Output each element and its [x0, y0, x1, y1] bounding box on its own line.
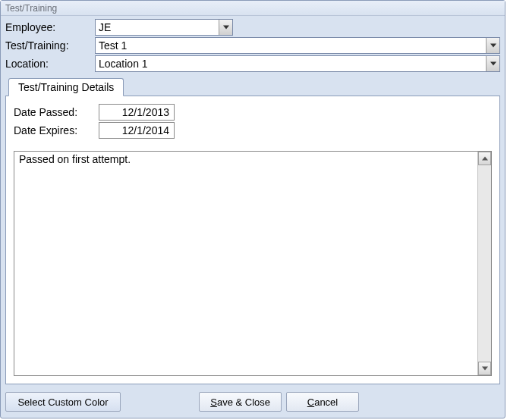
location-value: Location 1: [96, 58, 486, 70]
window-frame: Test/Training Employee: JE Test/Training…: [0, 0, 505, 418]
save-mnemonic: S: [210, 396, 217, 408]
testtraining-combo[interactable]: Test 1: [95, 37, 500, 54]
testtraining-label: Test/Training:: [5, 39, 95, 52]
date-passed-row: Date Passed: 12/1/2013: [14, 104, 492, 121]
location-label: Location:: [5, 58, 95, 70]
tabs-area: Test/Training Details Date Passed: 12/1/…: [5, 78, 500, 384]
testtraining-row: Test/Training: Test 1: [5, 37, 500, 54]
notes-area: Passed on first attempt.: [14, 151, 492, 376]
location-combo[interactable]: Location 1: [95, 55, 500, 72]
date-expires-row: Date Expires: 12/1/2014: [14, 122, 492, 139]
footer: Select Custom Color Save & Close Cancel: [1, 387, 505, 418]
tab-strip: Test/Training Details: [5, 78, 500, 96]
date-expires-label: Date Expires:: [14, 124, 99, 136]
date-passed-input[interactable]: 12/1/2013: [99, 104, 175, 121]
save-rest: ave & Close: [217, 396, 270, 408]
employee-value: JE: [96, 21, 219, 33]
dropdown-icon[interactable]: [486, 56, 499, 71]
cancel-rest: ancel: [314, 396, 338, 408]
scrollbar[interactable]: [477, 152, 491, 375]
notes-input[interactable]: Passed on first attempt.: [14, 152, 477, 375]
tab-details[interactable]: Test/Training Details: [8, 78, 124, 96]
location-row: Location: Location 1: [5, 55, 500, 72]
scroll-up-icon[interactable]: [478, 152, 491, 165]
cancel-button[interactable]: Cancel: [286, 392, 359, 412]
employee-combo[interactable]: JE: [95, 19, 233, 36]
date-expires-input[interactable]: 12/1/2014: [99, 122, 175, 139]
date-passed-label: Date Passed:: [14, 106, 99, 118]
window-title: Test/Training: [1, 1, 505, 16]
dropdown-icon[interactable]: [486, 38, 499, 53]
employee-row: Employee: JE: [5, 19, 500, 36]
select-custom-color-button[interactable]: Select Custom Color: [5, 392, 121, 412]
save-close-button[interactable]: Save & Close: [199, 392, 282, 412]
header-form: Employee: JE Test/Training: Test 1 Locat…: [1, 16, 505, 78]
tab-content: Date Passed: 12/1/2013 Date Expires: 12/…: [5, 96, 500, 384]
dropdown-icon[interactable]: [219, 20, 232, 35]
scroll-down-icon[interactable]: [478, 362, 491, 375]
cancel-mnemonic: C: [307, 396, 314, 408]
employee-label: Employee:: [5, 21, 95, 33]
testtraining-value: Test 1: [96, 39, 486, 52]
